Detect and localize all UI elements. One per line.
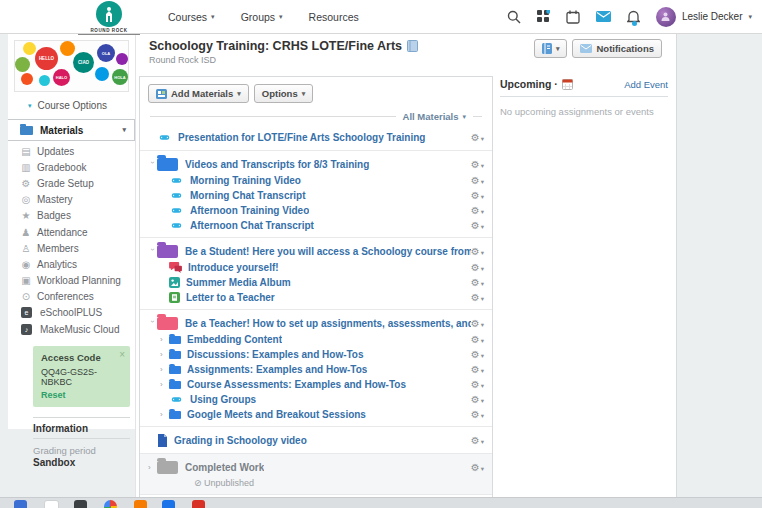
user-menu[interactable]: Leslie Decker ▾ bbox=[656, 7, 752, 27]
item-options-gear-icon[interactable]: ⚙▾ bbox=[471, 394, 484, 405]
item-options-gear-icon[interactable]: ⚙▾ bbox=[471, 159, 484, 170]
material-title[interactable]: Afternoon Chat Transcript bbox=[190, 220, 314, 231]
nav-menu-courses[interactable]: Courses▾ bbox=[168, 11, 215, 23]
sidebar-item-conferences[interactable]: ⊙Conferences bbox=[8, 289, 135, 305]
calendar-icon[interactable] bbox=[566, 10, 580, 24]
messages-icon[interactable] bbox=[596, 11, 611, 22]
item-options-gear-icon[interactable]: ⚙▾ bbox=[471, 292, 484, 303]
material-title[interactable]: Google Meets and Breakout Sessions bbox=[187, 409, 366, 420]
item-options-gear-icon[interactable]: ⚙▾ bbox=[471, 220, 484, 231]
material-row[interactable]: Introduce yourself!⚙▾ bbox=[148, 260, 484, 275]
material-row[interactable]: Grading in Schoology video⚙▾ bbox=[148, 431, 484, 449]
material-title[interactable]: Afternoon Training Video bbox=[190, 205, 309, 216]
access-code-reset-link[interactable]: Reset bbox=[41, 390, 122, 400]
taskbar-app-icon[interactable] bbox=[134, 500, 147, 508]
material-row[interactable]: ›Discussions: Examples and How-Tos⚙▾ bbox=[148, 347, 484, 362]
material-row[interactable]: Presentation for LOTE/Fine Arts Schoolog… bbox=[148, 128, 484, 146]
item-options-gear-icon[interactable]: ⚙▾ bbox=[471, 132, 484, 143]
close-icon[interactable]: × bbox=[119, 349, 125, 360]
item-options-gear-icon[interactable]: ⚙▾ bbox=[471, 349, 484, 360]
chevron-collapsed-icon[interactable]: › bbox=[160, 380, 169, 389]
material-title[interactable]: Grading in Schoology video bbox=[174, 435, 307, 446]
round-rock-logo[interactable]: ROUND ROCK bbox=[78, 1, 140, 35]
chevron-down-icon[interactable]: ▾ bbox=[462, 113, 466, 121]
item-options-gear-icon[interactable]: ⚙▾ bbox=[471, 462, 484, 473]
material-title[interactable]: Using Groups bbox=[190, 394, 256, 405]
material-title[interactable]: Be a Teacher! How to set up assignments,… bbox=[185, 318, 471, 329]
folder-row[interactable]: ›Videos and Transcripts for 8/3 Training… bbox=[148, 155, 484, 173]
app-launcher-icon[interactable] bbox=[537, 10, 550, 23]
material-title[interactable]: Introduce yourself! bbox=[188, 262, 279, 273]
course-options-toggle[interactable]: ▾ Course Options bbox=[8, 92, 135, 117]
material-title[interactable]: Assignments: Examples and How-Tos bbox=[187, 364, 367, 375]
material-row[interactable]: ›Assignments: Examples and How-Tos⚙▾ bbox=[148, 362, 484, 377]
sidebar-item-eschoolplus[interactable]: eeSchoolPLUS bbox=[8, 305, 135, 321]
taskbar-app-icon[interactable] bbox=[162, 500, 175, 508]
material-title[interactable]: Completed Work bbox=[185, 462, 264, 473]
material-row[interactable]: Morning Chat Transcript⚙▾ bbox=[148, 188, 484, 203]
material-title[interactable]: Be a Student! Here you will access a Sch… bbox=[185, 246, 471, 257]
add-materials-button[interactable]: Add Materials ▾ bbox=[148, 84, 249, 103]
taskbar-app-icon[interactable] bbox=[44, 500, 59, 508]
item-options-gear-icon[interactable]: ⚙▾ bbox=[471, 364, 484, 375]
item-options-gear-icon[interactable]: ⚙▾ bbox=[471, 205, 484, 216]
all-materials-filter[interactable]: All Materials bbox=[403, 111, 459, 122]
material-row[interactable]: ›Completed Work⚙▾ bbox=[148, 458, 484, 476]
item-options-gear-icon[interactable]: ⚙▾ bbox=[471, 409, 484, 420]
options-button[interactable]: Options ▾ bbox=[254, 84, 313, 103]
item-options-gear-icon[interactable]: ⚙▾ bbox=[471, 334, 484, 345]
material-row[interactable]: Summer Media Album⚙▾ bbox=[148, 275, 484, 290]
item-options-gear-icon[interactable]: ⚙▾ bbox=[471, 277, 484, 288]
item-options-gear-icon[interactable]: ⚙▾ bbox=[471, 435, 484, 446]
item-options-gear-icon[interactable]: ⚙▾ bbox=[471, 262, 484, 273]
material-title[interactable]: Course Assessments: Examples and How-Tos bbox=[187, 379, 406, 390]
material-row[interactable]: Afternoon Training Video⚙▾ bbox=[148, 203, 484, 218]
chevron-collapsed-icon[interactable]: › bbox=[148, 463, 157, 472]
chevron-collapsed-icon[interactable]: › bbox=[160, 365, 169, 374]
sidebar-item-gradebook[interactable]: ▥Gradebook bbox=[8, 159, 135, 175]
folder-row[interactable]: ›Be a Student! Here you will access a Sc… bbox=[148, 242, 484, 260]
material-row[interactable]: Using Groups⚙▾ bbox=[148, 392, 484, 407]
chevron-collapsed-icon[interactable]: › bbox=[160, 335, 169, 344]
material-title[interactable]: Discussions: Examples and How-Tos bbox=[187, 349, 364, 360]
item-options-gear-icon[interactable]: ⚙▾ bbox=[471, 190, 484, 201]
nav-menu-resources[interactable]: Resources bbox=[309, 11, 359, 23]
material-title[interactable]: Embedding Content bbox=[187, 334, 282, 345]
item-options-gear-icon[interactable]: ⚙▾ bbox=[471, 175, 484, 186]
material-title[interactable]: Letter to a Teacher bbox=[186, 292, 275, 303]
taskbar-app-icon[interactable] bbox=[192, 500, 205, 508]
notifications-button[interactable]: Notifications bbox=[572, 39, 662, 58]
taskbar-app-icon[interactable] bbox=[14, 500, 27, 508]
search-icon[interactable] bbox=[507, 10, 521, 24]
chevron-collapsed-icon[interactable]: › bbox=[160, 410, 169, 419]
item-options-gear-icon[interactable]: ⚙▾ bbox=[471, 318, 484, 329]
material-row[interactable]: Letter to a Teacher⚙▾ bbox=[148, 290, 484, 305]
sidebar-item-analytics[interactable]: ◉Analytics bbox=[8, 256, 135, 272]
material-title[interactable]: Morning Training Video bbox=[190, 175, 301, 186]
sidebar-item-badges[interactable]: ★Badges bbox=[8, 208, 135, 224]
item-options-gear-icon[interactable]: ⚙▾ bbox=[471, 379, 484, 390]
material-row[interactable]: ›Embedding Content⚙▾ bbox=[148, 332, 484, 347]
taskbar-app-icon[interactable] bbox=[74, 500, 87, 508]
material-title[interactable]: Videos and Transcripts for 8/3 Training bbox=[185, 159, 369, 170]
material-title[interactable]: Presentation for LOTE/Fine Arts Schoolog… bbox=[178, 132, 425, 143]
nav-menu-groups[interactable]: Groups▾ bbox=[241, 11, 283, 23]
chevron-collapsed-icon[interactable]: › bbox=[160, 350, 169, 359]
sidebar-item-attendance[interactable]: ♟Attendance bbox=[8, 224, 135, 240]
sidebar-item-workload-planning[interactable]: ▣Workload Planning bbox=[8, 273, 135, 289]
notifications-bell-icon[interactable] bbox=[627, 10, 640, 24]
sidebar-item-mastery[interactable]: ◎Mastery bbox=[8, 192, 135, 208]
sidebar-item-updates[interactable]: ▤Updates bbox=[8, 143, 135, 159]
sidebar-item-grade-setup[interactable]: ⚙Grade Setup bbox=[8, 175, 135, 191]
folder-row[interactable]: ›Be a Teacher! How to set up assignments… bbox=[148, 314, 484, 332]
course-dashboard-button[interactable]: ▾ bbox=[534, 39, 568, 58]
sidebar-item-materials[interactable]: Materials▾ bbox=[8, 119, 135, 141]
material-row[interactable]: Morning Training Video⚙▾ bbox=[148, 173, 484, 188]
item-options-gear-icon[interactable]: ⚙▾ bbox=[471, 246, 484, 257]
sidebar-item-members[interactable]: ♙Members bbox=[8, 240, 135, 256]
material-row[interactable]: ›Course Assessments: Examples and How-To… bbox=[148, 377, 484, 392]
chevron-expanded-icon[interactable]: › bbox=[148, 161, 157, 170]
chevron-expanded-icon[interactable]: › bbox=[148, 320, 157, 329]
material-title[interactable]: Morning Chat Transcript bbox=[190, 190, 306, 201]
material-title[interactable]: Summer Media Album bbox=[186, 277, 291, 288]
